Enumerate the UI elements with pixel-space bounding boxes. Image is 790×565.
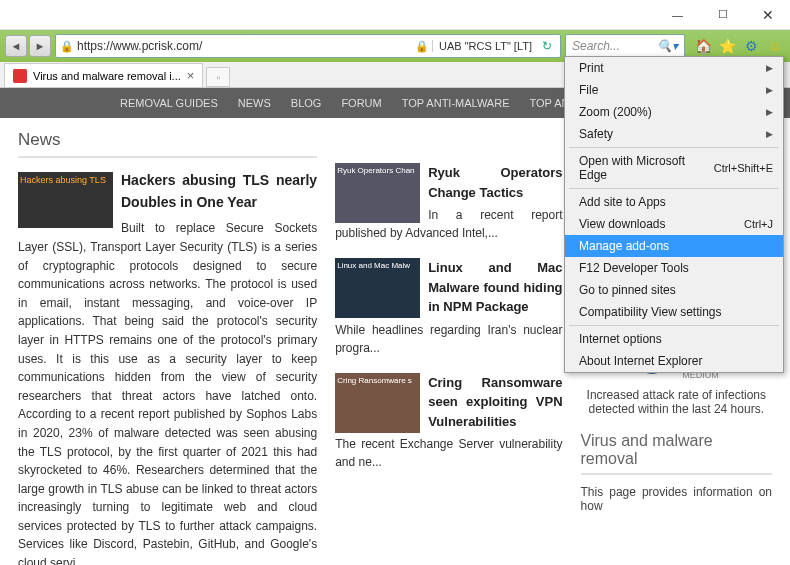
url-field[interactable]: 🔒 https://www.pcrisk.com/ 🔒 UAB "RCS LT"… [55, 34, 561, 58]
menu-view-downloads[interactable]: View downloadsCtrl+J [565, 213, 783, 235]
nav-anti-malware[interactable]: TOP ANTI-MALWARE [402, 97, 510, 109]
window-titlebar: — ☐ ✕ [0, 0, 790, 30]
menu-add-site[interactable]: Add site to Apps [565, 191, 783, 213]
mid-article-2: Linux and Mac Malw Linux and Mac Malware… [335, 258, 562, 357]
settings-menu: Print▶ File▶ Zoom (200%)▶ Safety▶ Open w… [564, 56, 784, 373]
mid-thumbnail-1[interactable]: Ryuk Operators Chan [335, 163, 420, 223]
menu-file[interactable]: File▶ [565, 79, 783, 101]
menu-devtools[interactable]: F12 Developer Tools [565, 257, 783, 279]
menu-print[interactable]: Print▶ [565, 57, 783, 79]
menu-manage-addons[interactable]: Manage add-ons [565, 235, 783, 257]
mid-article-1: Ryuk Operators Chan Ryuk Operators Chang… [335, 163, 562, 242]
browser-tab[interactable]: Virus and malware removal i... × [4, 63, 203, 87]
menu-safety[interactable]: Safety▶ [565, 123, 783, 145]
close-button[interactable]: ✕ [745, 0, 790, 29]
menu-zoom[interactable]: Zoom (200%)▶ [565, 101, 783, 123]
lock-icon: 🔒 [60, 40, 74, 53]
refresh-button[interactable]: ↻ [538, 39, 556, 53]
menu-open-edge[interactable]: Open with Microsoft EdgeCtrl+Shift+E [565, 150, 783, 186]
search-icon[interactable]: 🔍▾ [657, 39, 678, 53]
virus-removal-desc: This page provides information on how [581, 485, 772, 513]
nav-blog[interactable]: BLOG [291, 97, 322, 109]
back-button[interactable]: ◄ [5, 35, 27, 57]
home-icon[interactable]: 🏠 [693, 36, 713, 56]
mid-body-2: While headlines regarding Iran's nuclear… [335, 323, 562, 355]
forward-button[interactable]: ► [29, 35, 51, 57]
url-text: https://www.pcrisk.com/ [77, 39, 415, 53]
article-thumbnail[interactable]: Hackers abusing TLS [18, 172, 113, 228]
smiley-icon[interactable]: ☺ [765, 36, 785, 56]
tab-close-icon[interactable]: × [187, 68, 195, 83]
virus-removal-heading: Virus and malware removal [581, 432, 772, 475]
nav-news[interactable]: NEWS [238, 97, 271, 109]
activity-description: Increased attack rate of infections dete… [581, 388, 772, 416]
menu-about-ie[interactable]: About Internet Explorer [565, 350, 783, 372]
cert-lock-icon: 🔒 [415, 40, 429, 53]
menu-compat-view[interactable]: Compatibility View settings [565, 301, 783, 323]
mid-thumbnail-2[interactable]: Linux and Mac Malw [335, 258, 420, 318]
new-tab-button[interactable]: ▫ [206, 67, 230, 87]
nav-forum[interactable]: FORUM [341, 97, 381, 109]
mid-body-3: The recent Exchange Server vulnerability… [335, 437, 562, 469]
cert-label: UAB "RCS LT" [LT] [432, 40, 538, 52]
article-body: Built to replace Secure Sockets Layer (S… [18, 221, 317, 565]
nav-removal-guides[interactable]: REMOVAL GUIDES [120, 97, 218, 109]
mid-article-3: Cring Ransomware s Cring Ransomware seen… [335, 373, 562, 472]
maximize-button[interactable]: ☐ [700, 0, 745, 29]
search-field[interactable]: Search... 🔍▾ [565, 34, 685, 58]
news-heading: News [18, 130, 317, 158]
tab-title: Virus and malware removal i... [33, 70, 181, 82]
minimize-button[interactable]: — [655, 0, 700, 29]
settings-gear-icon[interactable]: ⚙ [741, 36, 761, 56]
favorites-icon[interactable]: ⭐ [717, 36, 737, 56]
main-article: Hackers abusing TLS Hackers abusing TLS … [18, 170, 317, 565]
tab-favicon [13, 69, 27, 83]
menu-internet-options[interactable]: Internet options [565, 328, 783, 350]
search-placeholder: Search... [572, 39, 620, 53]
mid-thumbnail-3[interactable]: Cring Ransomware s [335, 373, 420, 433]
menu-pinned-sites[interactable]: Go to pinned sites [565, 279, 783, 301]
